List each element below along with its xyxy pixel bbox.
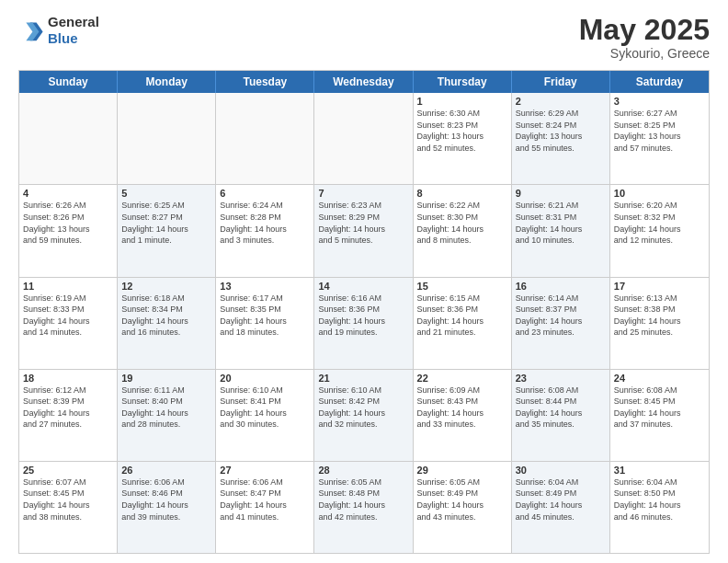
cal-cell-day-31: 31Sunrise: 6:04 AM Sunset: 8:50 PM Dayli… — [610, 462, 709, 553]
cell-info: Sunrise: 6:18 AM Sunset: 8:34 PM Dayligh… — [121, 293, 211, 339]
cal-cell-empty — [216, 93, 314, 184]
cal-cell-day-21: 21Sunrise: 6:10 AM Sunset: 8:42 PM Dayli… — [314, 370, 413, 461]
cal-cell-empty — [19, 93, 118, 184]
day-number: 1 — [417, 96, 507, 107]
cal-cell-day-3: 3Sunrise: 6:27 AM Sunset: 8:25 PM Daylig… — [610, 93, 709, 184]
day-number: 5 — [121, 188, 211, 199]
calendar-body: 1Sunrise: 6:30 AM Sunset: 8:23 PM Daylig… — [19, 93, 709, 553]
day-number: 14 — [318, 281, 408, 292]
logo-line2: Blue — [48, 30, 78, 46]
cell-info: Sunrise: 6:04 AM Sunset: 8:49 PM Dayligh… — [516, 477, 606, 523]
cell-info: Sunrise: 6:12 AM Sunset: 8:39 PM Dayligh… — [23, 385, 113, 431]
day-number: 25 — [23, 465, 113, 476]
cal-cell-day-1: 1Sunrise: 6:30 AM Sunset: 8:23 PM Daylig… — [414, 93, 512, 184]
day-number: 24 — [614, 373, 705, 384]
cal-cell-day-22: 22Sunrise: 6:09 AM Sunset: 8:43 PM Dayli… — [414, 370, 512, 461]
subtitle: Sykourio, Greece — [579, 46, 710, 61]
day-number: 18 — [23, 373, 113, 384]
day-number: 15 — [417, 281, 507, 292]
day-number: 11 — [23, 281, 113, 292]
cal-cell-day-28: 28Sunrise: 6:05 AM Sunset: 8:48 PM Dayli… — [314, 462, 413, 553]
cell-info: Sunrise: 6:15 AM Sunset: 8:36 PM Dayligh… — [417, 293, 507, 339]
cal-cell-day-7: 7Sunrise: 6:23 AM Sunset: 8:29 PM Daylig… — [314, 185, 413, 276]
cell-info: Sunrise: 6:08 AM Sunset: 8:44 PM Dayligh… — [516, 385, 606, 431]
cal-cell-empty — [118, 93, 216, 184]
cell-info: Sunrise: 6:20 AM Sunset: 8:32 PM Dayligh… — [614, 200, 705, 246]
day-number: 19 — [121, 373, 211, 384]
day-number: 20 — [220, 373, 310, 384]
cell-info: Sunrise: 6:09 AM Sunset: 8:43 PM Dayligh… — [417, 385, 507, 431]
cal-cell-day-11: 11Sunrise: 6:19 AM Sunset: 8:33 PM Dayli… — [19, 278, 118, 369]
cal-cell-day-9: 9Sunrise: 6:21 AM Sunset: 8:31 PM Daylig… — [512, 185, 610, 276]
cal-cell-day-17: 17Sunrise: 6:13 AM Sunset: 8:38 PM Dayli… — [610, 278, 709, 369]
day-number: 21 — [318, 373, 408, 384]
day-number: 22 — [417, 373, 507, 384]
cal-cell-day-24: 24Sunrise: 6:08 AM Sunset: 8:45 PM Dayli… — [610, 370, 709, 461]
cell-info: Sunrise: 6:19 AM Sunset: 8:33 PM Dayligh… — [23, 293, 113, 339]
cal-cell-day-4: 4Sunrise: 6:26 AM Sunset: 8:26 PM Daylig… — [19, 185, 118, 276]
day-number: 9 — [516, 188, 606, 199]
cell-info: Sunrise: 6:06 AM Sunset: 8:47 PM Dayligh… — [220, 477, 310, 523]
cal-cell-day-12: 12Sunrise: 6:18 AM Sunset: 8:34 PM Dayli… — [118, 278, 216, 369]
cell-info: Sunrise: 6:25 AM Sunset: 8:27 PM Dayligh… — [121, 200, 211, 246]
title-block: May 2025 Sykourio, Greece — [579, 14, 710, 61]
cal-cell-day-18: 18Sunrise: 6:12 AM Sunset: 8:39 PM Dayli… — [19, 370, 118, 461]
cal-row-1: 4Sunrise: 6:26 AM Sunset: 8:26 PM Daylig… — [19, 184, 709, 276]
cell-info: Sunrise: 6:13 AM Sunset: 8:38 PM Dayligh… — [614, 293, 705, 339]
cal-cell-day-19: 19Sunrise: 6:11 AM Sunset: 8:40 PM Dayli… — [118, 370, 216, 461]
day-number: 30 — [516, 465, 606, 476]
main-title: May 2025 — [579, 14, 710, 46]
day-number: 29 — [417, 465, 507, 476]
cal-cell-day-6: 6Sunrise: 6:24 AM Sunset: 8:28 PM Daylig… — [216, 185, 314, 276]
cell-info: Sunrise: 6:27 AM Sunset: 8:25 PM Dayligh… — [614, 108, 705, 154]
cal-cell-day-10: 10Sunrise: 6:20 AM Sunset: 8:32 PM Dayli… — [610, 185, 709, 276]
cal-cell-day-20: 20Sunrise: 6:10 AM Sunset: 8:41 PM Dayli… — [216, 370, 314, 461]
day-number: 8 — [417, 188, 507, 199]
cell-info: Sunrise: 6:24 AM Sunset: 8:28 PM Dayligh… — [220, 200, 310, 246]
cell-info: Sunrise: 6:22 AM Sunset: 8:30 PM Dayligh… — [417, 200, 507, 246]
cal-cell-empty — [314, 93, 413, 184]
cal-cell-day-23: 23Sunrise: 6:08 AM Sunset: 8:44 PM Dayli… — [512, 370, 610, 461]
cal-cell-day-14: 14Sunrise: 6:16 AM Sunset: 8:36 PM Dayli… — [314, 278, 413, 369]
cal-cell-day-2: 2Sunrise: 6:29 AM Sunset: 8:24 PM Daylig… — [512, 93, 610, 184]
day-number: 17 — [614, 281, 705, 292]
cal-header-friday: Friday — [512, 71, 610, 93]
day-number: 2 — [516, 96, 606, 107]
day-number: 4 — [23, 188, 113, 199]
cell-info: Sunrise: 6:10 AM Sunset: 8:42 PM Dayligh… — [318, 385, 408, 431]
logo-text: General Blue — [48, 14, 99, 47]
cell-info: Sunrise: 6:05 AM Sunset: 8:49 PM Dayligh… — [417, 477, 507, 523]
cell-info: Sunrise: 6:21 AM Sunset: 8:31 PM Dayligh… — [516, 200, 606, 246]
cal-row-3: 18Sunrise: 6:12 AM Sunset: 8:39 PM Dayli… — [19, 369, 709, 461]
cal-cell-day-30: 30Sunrise: 6:04 AM Sunset: 8:49 PM Dayli… — [512, 462, 610, 553]
day-number: 6 — [220, 188, 310, 199]
logo-icon — [18, 17, 44, 43]
cell-info: Sunrise: 6:17 AM Sunset: 8:35 PM Dayligh… — [220, 293, 310, 339]
cell-info: Sunrise: 6:30 AM Sunset: 8:23 PM Dayligh… — [417, 108, 507, 154]
day-number: 13 — [220, 281, 310, 292]
calendar-header: SundayMondayTuesdayWednesdayThursdayFrid… — [19, 71, 709, 93]
day-number: 28 — [318, 465, 408, 476]
cal-row-2: 11Sunrise: 6:19 AM Sunset: 8:33 PM Dayli… — [19, 277, 709, 369]
cal-header-thursday: Thursday — [414, 71, 512, 93]
day-number: 27 — [220, 465, 310, 476]
cal-header-tuesday: Tuesday — [216, 71, 314, 93]
cal-header-wednesday: Wednesday — [314, 71, 413, 93]
cal-header-saturday: Saturday — [610, 71, 709, 93]
day-number: 31 — [614, 465, 705, 476]
cal-cell-day-5: 5Sunrise: 6:25 AM Sunset: 8:27 PM Daylig… — [118, 185, 216, 276]
cal-header-monday: Monday — [118, 71, 216, 93]
cell-info: Sunrise: 6:16 AM Sunset: 8:36 PM Dayligh… — [318, 293, 408, 339]
cell-info: Sunrise: 6:26 AM Sunset: 8:26 PM Dayligh… — [23, 200, 113, 246]
cell-info: Sunrise: 6:08 AM Sunset: 8:45 PM Dayligh… — [614, 385, 705, 431]
cell-info: Sunrise: 6:07 AM Sunset: 8:45 PM Dayligh… — [23, 477, 113, 523]
cal-cell-day-15: 15Sunrise: 6:15 AM Sunset: 8:36 PM Dayli… — [414, 278, 512, 369]
page: General Blue May 2025 Sykourio, Greece S… — [0, 0, 728, 563]
cell-info: Sunrise: 6:10 AM Sunset: 8:41 PM Dayligh… — [220, 385, 310, 431]
cal-cell-day-27: 27Sunrise: 6:06 AM Sunset: 8:47 PM Dayli… — [216, 462, 314, 553]
logo: General Blue — [18, 14, 99, 47]
cal-header-sunday: Sunday — [19, 71, 118, 93]
day-number: 10 — [614, 188, 705, 199]
day-number: 12 — [121, 281, 211, 292]
cal-row-0: 1Sunrise: 6:30 AM Sunset: 8:23 PM Daylig… — [19, 93, 709, 184]
